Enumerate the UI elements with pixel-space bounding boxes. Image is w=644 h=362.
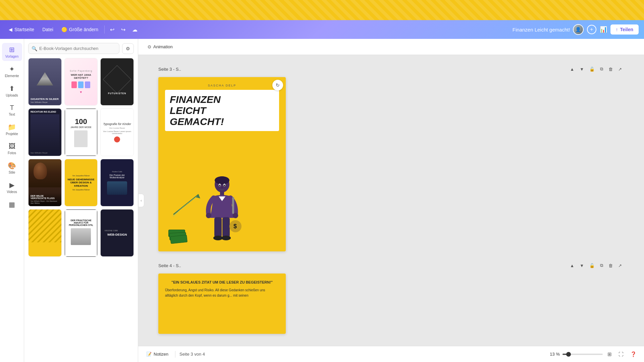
toolbar-left: ◀ Startseite Datei 🟡 Größe ändern ↩ ↪ ☁ (5, 24, 510, 35)
add-collaborator-button[interactable]: + (587, 25, 596, 34)
cloud-icon: ☁ (132, 26, 138, 33)
page-controls-3: ▲ ▼ 🔓 ⧉ 🗑 ↗ (568, 65, 624, 73)
bottom-bar: 📝 Notizen Seite 3 von 4 13 % ⊞ ⛶ ❓ (138, 346, 644, 362)
page-duplicate-button-4[interactable]: ⧉ (598, 261, 605, 269)
uploads-icon: ⬆ (9, 84, 15, 93)
templates-search-area: 🔍 ⚙ (24, 39, 138, 58)
search-input[interactable] (28, 43, 119, 54)
chevron-left-icon: ◀ (9, 27, 12, 32)
template-title-neue-geheimnisse: NEUE GEHEIMNISSE ÜBER DESIGN & KREATION (67, 178, 96, 188)
page4-quote-text: "EIN SCHLAUES ZITAT UM DIE LESER ZU BEGE… (165, 280, 279, 284)
page-section-3: Seite 3 - S.. ▲ ▼ 🔓 ⧉ 🗑 ↗ SASCHA DELP (158, 65, 624, 251)
page-lock-button-4[interactable]: 🔓 (587, 262, 597, 269)
undo-button[interactable]: ↩ (107, 24, 117, 35)
page-label-3: Seite 3 - S.. (158, 67, 181, 72)
page-share-button-3[interactable]: ↗ (616, 65, 624, 73)
filter-button[interactable]: ⚙ (122, 43, 134, 54)
page-duplicate-button-3[interactable]: ⧉ (598, 65, 605, 73)
resize-icon: 🟡 (61, 27, 67, 32)
toolbar-center: Finanzen Leicht gemacht! (513, 27, 570, 33)
animation-button[interactable]: ⊙ Animation (144, 42, 177, 51)
page-card-3[interactable]: SASCHA DELP FINANZENLEICHTGEMACHT! (158, 77, 286, 251)
fullscreen-icon: ⛶ (619, 351, 624, 357)
videos-icon: ▶ (9, 181, 14, 189)
save-cloud-button[interactable]: ☁ (129, 24, 140, 35)
zoom-slider[interactable] (562, 354, 603, 355)
page3-title-text: FINANZENLEICHTGEMACHT! (170, 94, 274, 127)
template-card-yellow-stripes[interactable] (28, 209, 62, 257)
stats-icon[interactable]: 📊 (600, 26, 607, 33)
redo-button[interactable]: ↪ (118, 24, 128, 35)
help-button[interactable]: ❓ (628, 350, 639, 359)
page3-author: SASCHA DELP (165, 84, 279, 87)
template-card-neue-geheimnisse[interactable]: Von Jacqueline Rübner NEUE GEHEIMNISSE Ü… (64, 159, 98, 206)
template-card-typografie[interactable]: Typografie für Kinder Von Louise Bauer V… (100, 108, 134, 156)
template-card-wilder-fluss[interactable]: DER WILDE VERSTECKTE FLUSS Von Wilhelm R… (28, 159, 62, 206)
sidebar-item-fotos[interactable]: 🖼 Fotos (2, 140, 22, 158)
page-delete-button-3[interactable]: 🗑 (606, 65, 615, 73)
template-card-futuristen[interactable]: FUTURISTEN (100, 58, 134, 106)
page4-body-text: Überforderung, Angst und Risiko. All die… (165, 288, 279, 298)
chart-arrow (172, 191, 205, 218)
svg-rect-10 (214, 217, 222, 237)
file-button[interactable]: Datei (39, 25, 57, 34)
muster-icon: ▦ (9, 200, 15, 208)
sidebar-item-videos[interactable]: ▶ Videos (2, 178, 22, 196)
page-header-3: Seite 3 - S.. ▲ ▼ 🔓 ⧉ 🗑 ↗ (158, 65, 624, 73)
page3-illustration: $ (165, 134, 279, 245)
template-card-jana[interactable]: Sofie Papenberg WER HAT JANA GETÖTET? ♥ (64, 58, 98, 106)
project-title: Finanzen Leicht gemacht! (513, 27, 570, 33)
page-share-button-4[interactable]: ↗ (616, 262, 624, 269)
sidebar-item-uploads[interactable]: ⬆ Uploads (2, 82, 22, 100)
page-section-4: Seite 4 - S.. ▲ ▼ 🔓 ⧉ 🗑 ↗ "EIN SCHLAUES … (158, 261, 624, 334)
main-toolbar: ◀ Startseite Datei 🟡 Größe ändern ↩ ↪ ☁ … (0, 20, 644, 39)
refresh-button-3[interactable]: ↻ (272, 80, 283, 90)
template-title-jana: WER HAT JANA GETÖTET? (67, 73, 96, 79)
help-icon: ❓ (630, 351, 637, 357)
vorlagen-icon: ⊞ (9, 46, 15, 54)
template-card-reichtum[interactable]: REICHTUM INS ELEND Von Wilhelm Reyer (28, 108, 62, 156)
collapse-handle[interactable]: ‹ (138, 194, 144, 207)
svg-rect-14 (232, 197, 234, 214)
sidebar-item-stile[interactable]: 🎨 Stile (2, 159, 22, 177)
page-up-button-4[interactable]: ▲ (568, 262, 576, 269)
template-card-praktisch[interactable]: DER PRAKTISCHE ANSATZ FÜR PERSÖNLICHEN S… (64, 209, 98, 257)
page-down-button-4[interactable]: ▼ (578, 262, 586, 269)
svg-point-8 (206, 213, 211, 218)
canvas-content: Seite 3 - S.. ▲ ▼ 🔓 ⧉ 🗑 ↗ SASCHA DELP (138, 55, 644, 346)
template-card-poesie[interactable]: Kristine Cobb Die Poesie der Wolkenkratz… (100, 159, 134, 206)
template-title-typografie: Typografie für Kinder (103, 122, 131, 126)
grid-view-button[interactable]: ⊞ (605, 350, 614, 359)
template-card-100jahre[interactable]: 100 JAHRE DER MODE (64, 108, 98, 156)
resize-button[interactable]: 🟡 Größe ändern (58, 25, 102, 34)
svg-point-2 (215, 176, 229, 184)
page3-content: SASCHA DELP FINANZENLEICHTGEMACHT! (158, 77, 286, 251)
share-button[interactable]: ↑ Teilen (610, 24, 639, 35)
template-card-giganten[interactable]: GIGANTEN IN SILBER Von Wilhelm Reyer (28, 58, 62, 106)
svg-point-13 (221, 236, 231, 240)
page-up-button-3[interactable]: ▲ (568, 65, 576, 73)
page4-content: "EIN SCHLAUES ZITAT UM DIE LESER ZU BEGE… (158, 274, 286, 334)
template-title-praktisch: DER PRAKTISCHE ANSATZ FÜR PERSÖNLICHEN S… (67, 219, 95, 226)
notes-icon: 📝 (146, 352, 152, 357)
template-title-giganten: GIGANTEN IN SILBER (31, 98, 59, 101)
sidebar-item-muster[interactable]: ▦ (2, 198, 22, 212)
sidebar-item-elemente[interactable]: ✦ Elemente (2, 62, 22, 80)
page-down-button-3[interactable]: ▼ (578, 65, 586, 73)
user-avatar[interactable]: 👤 (573, 24, 584, 35)
page-card-4[interactable]: "EIN SCHLAUES ZITAT UM DIE LESER ZU BEGE… (158, 274, 286, 334)
svg-rect-11 (222, 217, 230, 237)
home-button[interactable]: ◀ Startseite (5, 25, 38, 34)
canvas-area: ⊙ Animation ‹ Seite 3 - S.. ▲ ▼ 🔓 ⧉ 🗑 (138, 39, 644, 362)
notes-button[interactable]: 📝 Notizen (144, 350, 171, 358)
template-card-webdesign[interactable]: KRISTINE COBB WEB-DESIGN (100, 209, 134, 257)
page-lock-button-3[interactable]: 🔓 (587, 65, 597, 73)
page-delete-button-4[interactable]: 🗑 (606, 262, 615, 269)
sidebar-item-text[interactable]: T Text (2, 101, 22, 119)
refresh-icon: ↻ (276, 82, 280, 88)
sidebar-item-projekte[interactable]: 📁 Projekte (2, 120, 22, 138)
template-title-wilder-fluss: DER WILDE VERSTECKTE FLUSS (31, 195, 59, 199)
fullscreen-button[interactable]: ⛶ (616, 350, 626, 358)
sidebar-item-vorlagen[interactable]: ⊞ Vorlagen (2, 43, 22, 61)
projekte-icon: 📁 (8, 123, 16, 131)
